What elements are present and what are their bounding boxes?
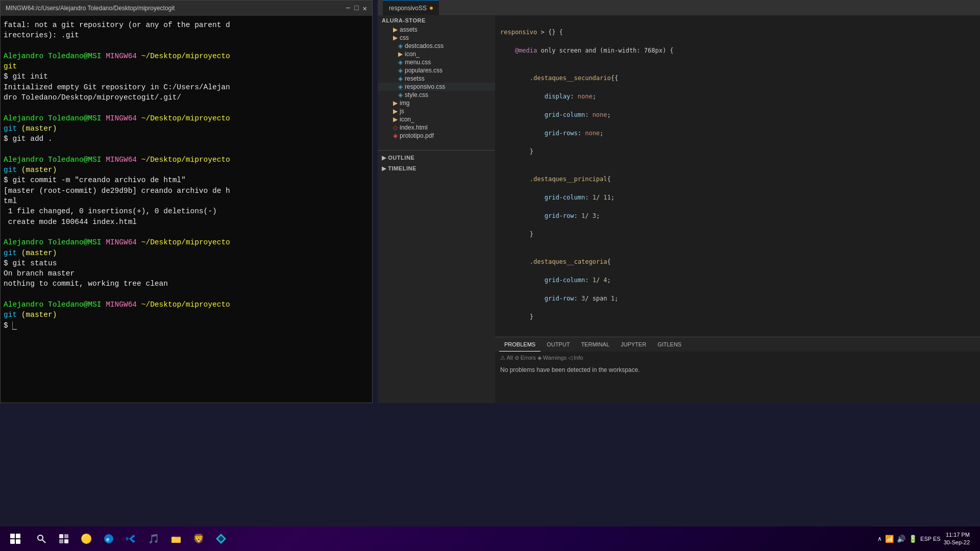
media-taskbar-icon[interactable]: 🎵: [144, 529, 163, 548]
sidebar-item-icon[interactable]: ▶ icon_: [378, 50, 495, 58]
minimize-icon[interactable]: ─: [346, 4, 350, 13]
terminal-line: create mode 100644 index.html: [4, 217, 369, 227]
sidebar-item-label: img: [400, 99, 409, 107]
sidebar-item-label: icon_: [400, 116, 414, 123]
sidebar-item-label: populares.css: [405, 67, 443, 74]
start-button[interactable]: [5, 529, 26, 549]
editor-line: @media only screen and (min-width: 768px…: [500, 46, 975, 55]
sidebar-item-style[interactable]: ◈ style.css: [378, 91, 495, 99]
tab-output[interactable]: OUTPUT: [542, 337, 575, 352]
panel-body: ⚠ All ⊘ Errors ◈ Warnings ◁ Info No prob…: [495, 352, 980, 375]
taskbar-tray: ∧ 📶 🔊 🔋 ESP ES 11:17 PM 30-Sep-22: [877, 531, 975, 547]
tray-icons: 📶 🔊 🔋: [885, 535, 917, 543]
network-icon[interactable]: 📶: [885, 535, 894, 543]
close-icon[interactable]: ✕: [363, 4, 367, 13]
sidebar-item-assets[interactable]: ▶ assets: [378, 26, 495, 34]
intellij-taskbar-icon[interactable]: 🟡: [77, 529, 96, 548]
brave-taskbar-icon[interactable]: 🦁: [189, 529, 208, 548]
sidebar-item-responsivo[interactable]: ◈ responsivo.css: [378, 83, 495, 91]
folder-icon: ▶: [393, 34, 398, 41]
vscode-tab-responsivo[interactable]: responsivoSS: [383, 0, 439, 15]
sidebar-item-reset[interactable]: ◈ resetss: [378, 74, 495, 83]
terminal-line: [master (root-commit) de29d9b] creando a…: [4, 186, 369, 196]
terminal-controls[interactable]: ─ □ ✕: [346, 4, 367, 13]
terminal-line: On branch master: [4, 268, 369, 279]
search-taskbar-icon[interactable]: [32, 529, 51, 548]
tray-chevron-icon[interactable]: ∧: [877, 535, 882, 542]
sidebar-item-img[interactable]: ▶ img: [378, 99, 495, 107]
sidebar-item-index[interactable]: ◇ index.html: [378, 123, 495, 132]
folder-icon: ▶: [393, 99, 398, 107]
sidebar-item-proto[interactable]: ◈ prototipo.pdf: [378, 132, 495, 140]
folder-icon: ▶: [393, 116, 398, 123]
sidebar-item-label: menu.css: [405, 59, 431, 66]
terminal-window[interactable]: MINGW64:/c/Users/Alejandro Toledano/Desk…: [0, 0, 373, 403]
terminal-line: Alejandro Toledano@MSI MINGW64 ~/Desktop…: [4, 299, 369, 310]
terminal-line: tml: [4, 196, 369, 206]
editor-line: grid-row: 1/ 3;: [500, 211, 975, 220]
panel-filter: ⚠ All ⊘ Errors ◈ Warnings ◁ Info: [500, 354, 975, 362]
terminal-line: [4, 227, 369, 237]
alura-taskbar-icon[interactable]: [211, 529, 231, 548]
edge-taskbar-icon[interactable]: e: [99, 529, 118, 548]
editor-line: grid-column: none;: [500, 110, 975, 119]
tab-gitlens[interactable]: GITLENS: [652, 337, 687, 352]
terminal-title: MINGW64:/c/Users/Alejandro Toledano/Desk…: [6, 5, 175, 12]
editor-content: responsivo > {} { @media only screen and…: [495, 15, 980, 343]
svg-text:e: e: [106, 537, 110, 543]
terminal-line: Alejandro Toledano@MSI MINGW64 ~/Desktop…: [4, 51, 369, 61]
clock-time: 11:17 PM: [944, 531, 970, 539]
folder-icon: ▶: [393, 108, 398, 115]
panel-tabs[interactable]: PROBLEMS OUTPUT TERMINAL JUPYTER GITLENS: [495, 337, 980, 352]
clock[interactable]: 11:17 PM 30-Sep-22: [944, 531, 970, 547]
folder-icon: ▶: [398, 51, 403, 58]
explorer-taskbar-icon[interactable]: [166, 529, 186, 548]
maximize-icon[interactable]: □: [354, 4, 358, 13]
sidebar-item-label: destcados.css: [405, 42, 444, 49]
win-logo-tr: [16, 534, 20, 538]
vscode-editor[interactable]: responsivo > {} { @media only screen and…: [495, 15, 980, 403]
terminal-line: [4, 289, 369, 299]
sidebar-item-destcados[interactable]: ◈ destcados.css: [378, 42, 495, 50]
vscode-sidebar[interactable]: ALURA-STORE ▶ assets ▶ css ◈ destcados.c…: [378, 15, 495, 403]
tab-jupyter[interactable]: JUPYTER: [616, 337, 651, 352]
taskview-taskbar-icon[interactable]: [54, 529, 74, 548]
terminal-titlebar: MINGW64:/c/Users/Alejandro Toledano/Desk…: [1, 1, 372, 16]
html-file-icon: ◇: [393, 124, 398, 131]
terminal-line: Initialized empty Git repository in C:/U…: [4, 82, 369, 92]
battery-icon[interactable]: 🔋: [909, 535, 917, 543]
vscode-main: ALURA-STORE ▶ assets ▶ css ◈ destcados.c…: [378, 15, 980, 403]
terminal-line: Alejandro Toledano@MSI MINGW64 ~/Desktop…: [4, 237, 369, 247]
sidebar-item-populares[interactable]: ◈ populares.css: [378, 66, 495, 74]
css-file-icon: ◈: [398, 59, 403, 66]
taskbar-icons: 🟡 e 🎵 🦁: [32, 529, 231, 548]
panel-message: No problems have been detected in the wo…: [500, 366, 975, 373]
editor-line: grid-column: 1/ 11;: [500, 193, 975, 202]
speaker-icon[interactable]: 🔊: [897, 535, 905, 543]
language-badge[interactable]: ESP ES: [920, 535, 941, 542]
editor-line: }: [500, 230, 975, 239]
sidebar-item-icon2[interactable]: ▶ icon_: [378, 115, 495, 123]
terminal-line: $ █: [4, 320, 369, 331]
terminal-line: $ git init: [4, 71, 369, 82]
editor-line: .destaques__secundario{{: [500, 73, 975, 83]
svg-rect-3: [64, 534, 68, 538]
terminal-body[interactable]: fatal: not a git repository (or any of t…: [1, 16, 372, 403]
tab-terminal[interactable]: TERMINAL: [576, 337, 615, 352]
tab-problems[interactable]: PROBLEMS: [499, 337, 541, 352]
editor-line: }: [500, 312, 975, 321]
sidebar-item-js[interactable]: ▶ js: [378, 107, 495, 115]
vscode-taskbar-icon[interactable]: [121, 529, 141, 548]
terminal-line: $ git status: [4, 258, 369, 268]
sidebar-item-label: js: [400, 108, 404, 115]
editor-line: .destaques__categoria{: [500, 257, 975, 266]
sidebar-item-css[interactable]: ▶ css: [378, 34, 495, 42]
outline-section: ▶ OUTLINE: [378, 153, 495, 163]
tab-modified-dot: [430, 7, 433, 10]
sidebar-item-menu[interactable]: ◈ menu.css: [378, 58, 495, 66]
terminal-line: Alejandro Toledano@MSI MINGW64 ~/Desktop…: [4, 113, 369, 123]
terminal-line: 1 file changed, 0 insertions(+), 0 delet…: [4, 206, 369, 216]
editor-line: grid-column: 1/ 4;: [500, 276, 975, 285]
terminal-line: [4, 103, 369, 113]
svg-point-0: [38, 535, 43, 540]
